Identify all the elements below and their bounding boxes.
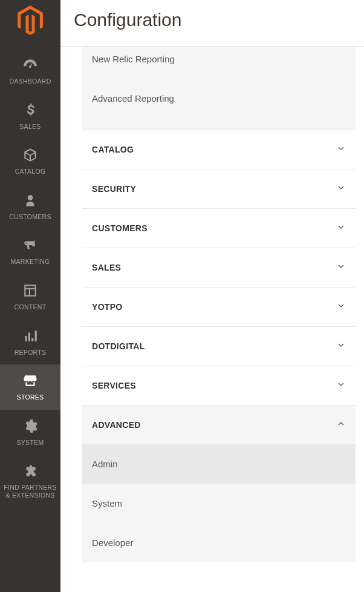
- sidebar-item-content[interactable]: CONTENT: [0, 274, 60, 320]
- section-title: DOTDIGITAL: [92, 341, 145, 351]
- section-title: YOTPO: [92, 302, 123, 312]
- chevron-down-icon: [336, 380, 346, 392]
- sidebar-item-label: CUSTOMERS: [9, 213, 51, 221]
- box-icon: [22, 147, 38, 163]
- config-item-advanced-reporting[interactable]: Advanced Reporting: [82, 79, 356, 118]
- chevron-up-icon: [336, 419, 346, 431]
- sidebar-item-reports[interactable]: REPORTS: [0, 320, 60, 365]
- storefront-icon: [22, 373, 38, 389]
- sidebar-item-label: STORES: [17, 393, 44, 401]
- sidebar-item-label: REPORTS: [15, 349, 47, 357]
- sidebar-item-label: DASHBOARD: [9, 77, 51, 85]
- sidebar-item-label: SALES: [19, 123, 41, 131]
- config-item-admin[interactable]: Admin: [82, 444, 356, 484]
- gauge-icon: [22, 57, 38, 73]
- config-item-new-relic-reporting[interactable]: New Relic Reporting: [82, 47, 356, 79]
- chevron-down-icon: [336, 261, 346, 274]
- page-title: Configuration: [74, 10, 351, 30]
- bar-chart-icon: [22, 328, 38, 344]
- chevron-down-icon: [336, 143, 346, 156]
- config-item-system[interactable]: System: [82, 484, 356, 523]
- sidebar-item-label: SYSTEM: [17, 439, 44, 447]
- section-catalog[interactable]: CATALOG: [82, 130, 356, 169]
- sidebar-item-label: MARKETING: [10, 258, 50, 266]
- section-dotdigital[interactable]: DOTDIGITAL: [82, 326, 356, 366]
- sidebar-item-system[interactable]: SYSTEM: [0, 410, 60, 455]
- section-title: CATALOG: [92, 145, 134, 154]
- section-title: SALES: [92, 263, 121, 272]
- sidebar-item-sales[interactable]: SALES: [0, 94, 60, 139]
- section-sales[interactable]: SALES: [82, 248, 356, 288]
- puzzle-icon: [22, 463, 38, 479]
- dollar-icon: [22, 102, 38, 118]
- section-customers[interactable]: CUSTOMERS: [82, 208, 356, 248]
- sidebar-item-customers[interactable]: CUSTOMERS: [0, 184, 60, 229]
- section-title: SERVICES: [92, 381, 136, 390]
- megaphone-icon: [22, 237, 38, 253]
- config-tree: New Relic Reporting Advanced Reporting C…: [60, 47, 364, 562]
- layout-icon: [22, 283, 38, 298]
- section-title: CUSTOMERS: [92, 223, 148, 233]
- person-icon: [22, 192, 38, 208]
- section-security[interactable]: SECURITY: [82, 169, 356, 209]
- sidebar-item-marketing[interactable]: MARKETING: [0, 229, 60, 274]
- sidebar-item-label: FIND PARTNERS & EXTENSIONS: [2, 484, 58, 499]
- section-advanced[interactable]: ADVANCED: [82, 405, 356, 444]
- chevron-down-icon: [336, 301, 346, 313]
- config-item-developer[interactable]: Developer: [82, 523, 356, 562]
- sidebar-item-catalog[interactable]: CATALOG: [0, 139, 60, 184]
- page-header: Configuration: [60, 0, 364, 47]
- chevron-down-icon: [336, 340, 346, 352]
- main-panel: Configuration New Relic Reporting Advanc…: [60, 0, 364, 592]
- section-services[interactable]: SERVICES: [82, 366, 356, 406]
- sidebar-item-label: CATALOG: [15, 168, 46, 176]
- section-yotpo[interactable]: YOTPO: [82, 287, 356, 327]
- admin-sidebar: DASHBOARD SALES CATALOG CUSTOMERS MARKET…: [0, 0, 60, 592]
- sidebar-item-dashboard[interactable]: DASHBOARD: [0, 48, 60, 94]
- gear-icon: [22, 418, 38, 434]
- sidebar-item-stores[interactable]: STORES: [0, 364, 60, 410]
- section-advanced-items: Admin System Developer: [82, 444, 356, 562]
- sidebar-item-partners[interactable]: FIND PARTNERS & EXTENSIONS: [0, 455, 60, 507]
- sidebar-item-label: CONTENT: [15, 303, 47, 311]
- chevron-down-icon: [336, 222, 346, 234]
- magento-logo-icon: [18, 5, 43, 35]
- magento-logo[interactable]: [18, 7, 43, 33]
- section-title: SECURITY: [92, 184, 136, 194]
- chevron-down-icon: [336, 183, 346, 195]
- section-title: ADVANCED: [92, 420, 141, 430]
